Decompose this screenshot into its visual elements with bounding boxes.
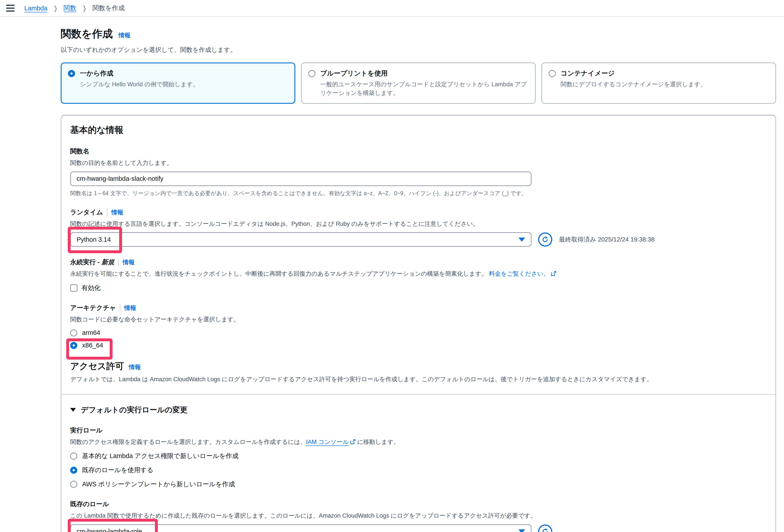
radio-policy-template-role[interactable]: [70, 481, 77, 488]
runtime-last-fetched: 最終取得済み 2025/12/24 19:38:38: [559, 235, 654, 244]
change-default-role-title: デフォルトの実行ロールの変更: [81, 405, 187, 415]
radio-arm64-label: arm64: [82, 329, 100, 336]
durable-enable-checkbox[interactable]: [70, 284, 78, 291]
breadcrumb-separator-icon: ❯: [54, 4, 58, 12]
refresh-icon: [541, 235, 549, 244]
durable-description: 永続実行を可能にすることで、進行状況をチェックポイントし、中断後に再開する回復力…: [70, 271, 487, 277]
radio-x86-64[interactable]: [70, 342, 77, 349]
existing-role-selected-value: cm-hwang-lambda-role: [77, 528, 142, 532]
execution-role-label: 実行ロール: [70, 426, 766, 435]
radio-create-basic-role[interactable]: [70, 452, 77, 459]
radio-x86-64-label: x86_64: [82, 342, 103, 349]
page-header: 関数を作成 情報 以下のいずれかのオプションを選択して、関数を作成します。: [61, 27, 776, 54]
breadcrumb-current: 関数を作成: [92, 4, 125, 12]
function-name-label: 関数名: [70, 147, 766, 156]
existing-role-select[interactable]: cm-hwang-lambda-role: [70, 524, 532, 532]
runtime-field: ランタイム 情報 関数の記述に使用する言語を選択します。コンソールコードエディタ…: [70, 208, 766, 247]
option-card-title: コンテナイメージ: [561, 69, 615, 78]
page-title-info-link[interactable]: 情報: [118, 31, 131, 39]
permissions-heading: アクセス許可: [70, 360, 124, 372]
external-link-icon: [350, 439, 356, 445]
durable-enable-label: 有効化: [81, 284, 101, 292]
external-link-icon: [551, 271, 556, 276]
radio-container-image[interactable]: [549, 70, 556, 77]
function-name-input[interactable]: [70, 171, 532, 186]
function-name-constraint: 関数名は 1～64 文字で、リージョン内で一意である必要があり、スペースを含める…: [70, 190, 766, 197]
basic-information-heading: 基本的な情報: [70, 124, 766, 136]
durable-info-link[interactable]: 情報: [123, 259, 135, 265]
radio-policy-template-role-label: AWS ポリシーテンプレートから新しいロールを作成: [82, 480, 235, 489]
runtime-label: ランタイム: [70, 208, 103, 217]
runtime-info-link[interactable]: 情報: [111, 209, 123, 216]
architecture-label: アーキテクチャ: [70, 304, 116, 312]
runtime-description: 関数の記述に使用する言語を選択します。コンソールコードエディタは Node.js…: [70, 219, 766, 228]
function-name-description: 関数の目的を名前として入力します。: [70, 159, 766, 168]
durable-execution-field: 永続実行 - 新規 情報 永続実行を可能にすることで、進行状況をチェックポイント…: [70, 258, 766, 292]
execution-role-description: 関数のアクセス権限を定義するロールを選択します。カスタムロールを作成するには、: [70, 439, 306, 445]
architecture-description: 関数コードに必要な命令セットアーキテクチャを選択します。: [70, 315, 766, 324]
pricing-link[interactable]: 料金をご覧ください。: [489, 271, 550, 277]
breadcrumb-separator-icon: ❯: [83, 4, 86, 12]
section-divider: [61, 394, 775, 395]
permissions-info-link[interactable]: 情報: [129, 363, 141, 371]
hamburger-menu-icon[interactable]: [6, 5, 15, 12]
existing-role-description: この Lambda 関数で使用するために作成した既存のロールを選択します。このロ…: [70, 511, 766, 520]
chevron-down-icon: [70, 408, 76, 412]
radio-use-blueprint[interactable]: [308, 70, 315, 77]
execution-role-field: 実行ロール 関数のアクセス権限を定義するロールを選択します。カスタムロールを作成…: [70, 426, 766, 489]
durable-execution-label: 永続実行 - 新規: [70, 258, 114, 267]
runtime-select[interactable]: Python 3.14: [70, 232, 532, 247]
caret-down-icon: [519, 237, 525, 242]
creation-option-cards: 一から作成 シンプルな Hello World の例で開始します。 ブループリン…: [61, 62, 776, 104]
radio-create-basic-role-label: 基本的な Lambda アクセス権限で新しいロールを作成: [82, 452, 239, 460]
radio-use-existing-role[interactable]: [70, 467, 77, 474]
option-card-description: シンプルな Hello World の例で開始します。: [80, 80, 288, 89]
existing-role-refresh-button[interactable]: [538, 525, 552, 532]
existing-role-label: 既存のロール: [70, 500, 766, 509]
architecture-info-link[interactable]: 情報: [124, 305, 136, 311]
runtime-selected-value: Python 3.14: [77, 236, 111, 243]
option-card-title: ブループリントを使用: [320, 69, 388, 78]
breadcrumb-link-lambda[interactable]: Lambda: [24, 5, 48, 12]
breadcrumb: Lambda ❯ 関数 ❯ 関数を作成: [24, 4, 125, 12]
page-subtitle: 以下のいずれかのオプションを選択して、関数を作成します。: [61, 46, 776, 54]
iam-console-link[interactable]: IAM コンソール: [306, 439, 349, 445]
option-card-title: 一から作成: [80, 69, 113, 78]
breadcrumb-link-functions[interactable]: 関数: [63, 4, 76, 12]
option-card-use-blueprint[interactable]: ブループリントを使用 一般的ユースケース用のサンプルコードと設定プリセットから …: [301, 62, 536, 104]
option-card-description: 関数にデプロイするコンテナイメージを選択します。: [561, 80, 769, 89]
caret-down-icon: [519, 529, 525, 532]
basic-information-panel: 基本的な情報 関数名 関数の目的を名前として入力します。 関数名は 1～64 文…: [61, 115, 776, 532]
change-default-role-expander[interactable]: デフォルトの実行ロールの変更: [70, 405, 766, 415]
top-navigation-bar: Lambda ❯ 関数 ❯ 関数を作成: [0, 0, 784, 17]
permissions-section: アクセス許可 情報 デフォルトでは、Lambda は Amazon CloudW…: [70, 360, 766, 384]
page-title: 関数を作成: [61, 27, 113, 41]
option-card-container-image[interactable]: コンテナイメージ 関数にデプロイするコンテナイメージを選択します。: [541, 62, 776, 104]
permissions-description: デフォルトでは、Lambda は Amazon CloudWatch Logs …: [70, 375, 766, 384]
radio-arm64[interactable]: [70, 329, 77, 336]
runtime-refresh-button[interactable]: [538, 232, 552, 247]
option-card-description: 一般的ユースケース用のサンプルコードと設定プリセットから Lambda アプリケ…: [320, 80, 528, 97]
main-content: 関数を作成 情報 以下のいずれかのオプションを選択して、関数を作成します。 一か…: [0, 27, 784, 532]
refresh-icon: [541, 528, 549, 532]
function-name-field: 関数名 関数の目的を名前として入力します。 関数名は 1～64 文字で、リージョ…: [70, 147, 766, 197]
radio-use-existing-role-label: 既存のロールを使用する: [82, 466, 153, 475]
radio-author-from-scratch[interactable]: [68, 70, 75, 77]
architecture-field: アーキテクチャ 情報 関数コードに必要な命令セットアーキテクチャを選択します。 …: [70, 304, 766, 349]
option-card-author-from-scratch[interactable]: 一から作成 シンプルな Hello World の例で開始します。: [61, 62, 295, 104]
existing-role-field: 既存のロール この Lambda 関数で使用するために作成した既存のロールを選択…: [70, 500, 766, 532]
